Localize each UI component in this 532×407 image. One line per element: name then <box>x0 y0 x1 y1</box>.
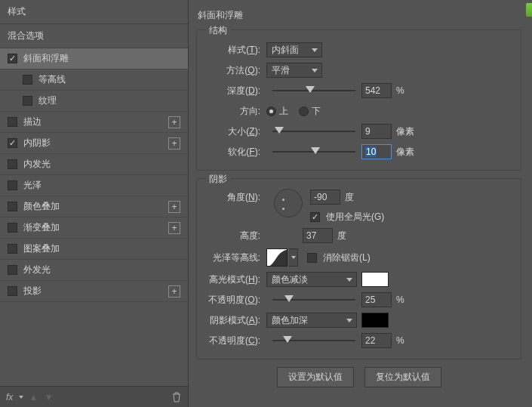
depth-input[interactable]: 542 <box>361 83 392 98</box>
style-checkbox-gradient-overlay[interactable] <box>8 223 17 233</box>
global-light-checkbox[interactable] <box>310 212 320 222</box>
add-inner-shadow-button[interactable]: + <box>168 137 180 150</box>
style-checkbox-inner-glow[interactable] <box>8 159 17 169</box>
style-row-pattern-overlay[interactable]: 图案叠加 <box>0 239 188 260</box>
highlight-opacity-slider[interactable] <box>272 293 355 307</box>
depth-label: 深度(D): <box>204 85 266 97</box>
direction-up-radio[interactable] <box>266 106 276 116</box>
style-row-contour[interactable]: 等高线 <box>0 69 188 91</box>
direction-label: 方向: <box>204 105 266 118</box>
highlight-opacity-input[interactable]: 25 <box>361 292 392 307</box>
altitude-unit: 度 <box>337 230 346 242</box>
gloss-contour-picker[interactable] <box>266 248 288 267</box>
style-row-inner-glow[interactable]: 内发光 <box>0 154 188 175</box>
shadow-mode-select[interactable]: 颜色加深 <box>266 313 357 328</box>
shading-legend: 阴影 <box>206 173 230 186</box>
style-label-contour: 等高线 <box>38 73 180 86</box>
add-color-overlay-button[interactable]: + <box>168 201 180 213</box>
size-slider[interactable] <box>272 125 355 138</box>
altitude-label: 高度: <box>204 230 266 242</box>
style-label-drop-shadow: 投影 <box>23 285 168 298</box>
antialias-checkbox[interactable] <box>307 253 317 263</box>
angle-label: 角度(N): <box>204 189 266 204</box>
shadow-color-swatch[interactable] <box>361 313 389 328</box>
add-drop-shadow-button[interactable]: + <box>168 285 180 298</box>
style-row-stroke[interactable]: 描边+ <box>0 112 188 133</box>
style-row-texture[interactable]: 纹理 <box>0 91 188 112</box>
trash-icon[interactable] <box>171 392 182 402</box>
shadow-opacity-slider[interactable] <box>272 334 355 347</box>
highlight-mode-label: 高光模式(H): <box>204 273 266 286</box>
depth-slider[interactable] <box>272 84 355 97</box>
soften-input[interactable]: 10 <box>361 144 392 159</box>
soften-unit: 像素 <box>396 146 414 159</box>
direction-down-radio[interactable] <box>299 106 309 116</box>
style-label-outer-glow: 外发光 <box>23 264 180 276</box>
angle-unit: 度 <box>345 191 354 204</box>
style-checkbox-texture[interactable] <box>23 96 32 106</box>
structure-group: 结构 样式(T): 内斜面 方法(Q): 平滑 深度(D): 542 % 方向:… <box>196 29 521 171</box>
settings-panel: 斜面和浮雕 结构 样式(T): 内斜面 方法(Q): 平滑 深度(D): 542… <box>189 0 532 407</box>
style-label-pattern-overlay: 图案叠加 <box>23 242 180 255</box>
altitude-input[interactable]: 37 <box>303 228 333 243</box>
direction-up-label[interactable]: 上 <box>279 105 288 118</box>
size-unit: 像素 <box>396 125 414 138</box>
style-row-drop-shadow[interactable]: 投影+ <box>0 281 188 302</box>
style-row-color-overlay[interactable]: 颜色叠加+ <box>0 196 188 217</box>
reset-default-button[interactable]: 复位为默认值 <box>364 367 441 387</box>
style-checkbox-bevel[interactable] <box>8 54 17 63</box>
antialias-label[interactable]: 消除锯齿(L) <box>323 251 371 264</box>
style-label-inner-shadow: 内阴影 <box>23 137 168 150</box>
add-gradient-overlay-button[interactable]: + <box>168 222 180 234</box>
style-label-texture: 纹理 <box>38 94 180 107</box>
style-checkbox-satin[interactable] <box>8 180 17 190</box>
style-checkbox-color-overlay[interactable] <box>8 202 17 211</box>
size-input[interactable]: 9 <box>361 124 392 139</box>
style-checkbox-outer-glow[interactable] <box>8 265 17 275</box>
angle-dial[interactable] <box>274 189 303 217</box>
style-row-outer-glow[interactable]: 外发光 <box>0 260 188 281</box>
style-label-gradient-overlay: 渐变叠加 <box>23 221 168 234</box>
style-label-inner-glow: 内发光 <box>23 158 180 171</box>
style-label: 样式(T): <box>204 44 266 57</box>
style-row-bevel[interactable]: 斜面和浮雕 <box>0 48 188 69</box>
angle-input[interactable]: -90 <box>310 190 340 205</box>
style-checkbox-contour[interactable] <box>23 75 32 85</box>
style-checkbox-pattern-overlay[interactable] <box>8 244 17 254</box>
global-light-label[interactable]: 使用全局光(G) <box>326 211 384 224</box>
move-up-icon: ▲ <box>28 392 38 402</box>
make-default-button[interactable]: 设置为默认值 <box>277 367 354 387</box>
style-label-satin: 光泽 <box>23 179 180 192</box>
gloss-contour-label: 光泽等高线: <box>204 251 266 264</box>
style-row-gradient-overlay[interactable]: 渐变叠加+ <box>0 217 188 239</box>
style-checkbox-drop-shadow[interactable] <box>8 286 17 296</box>
style-select[interactable]: 内斜面 <box>266 42 322 57</box>
style-label-bevel: 斜面和浮雕 <box>23 52 180 65</box>
gloss-contour-dropdown[interactable] <box>289 248 298 267</box>
highlight-color-swatch[interactable] <box>361 272 389 287</box>
shading-group: 阴影 角度(N): -90 度 使用全局光(G) 高度: 37 度 光泽等 <box>196 178 521 359</box>
move-down-icon: ▼ <box>43 392 54 402</box>
styles-header: 样式 <box>0 0 188 24</box>
depth-unit: % <box>396 85 404 96</box>
size-label: 大小(Z): <box>204 125 266 138</box>
style-checkbox-inner-shadow[interactable] <box>8 138 17 148</box>
shadow-opacity-input[interactable]: 22 <box>361 333 392 348</box>
highlight-opacity-label: 不透明度(O): <box>204 294 266 307</box>
style-row-inner-shadow[interactable]: 内阴影+ <box>0 133 188 154</box>
panel-indicator <box>526 3 532 17</box>
highlight-opacity-unit: % <box>396 294 404 305</box>
structure-legend: 结构 <box>206 24 230 37</box>
technique-label: 方法(Q): <box>204 64 266 77</box>
blend-options-header[interactable]: 混合选项 <box>0 24 188 48</box>
chevron-down-icon[interactable] <box>19 396 23 399</box>
style-checkbox-stroke[interactable] <box>8 117 17 127</box>
style-row-satin[interactable]: 光泽 <box>0 175 188 196</box>
add-stroke-button[interactable]: + <box>168 116 180 128</box>
highlight-mode-select[interactable]: 颜色减淡 <box>266 272 357 287</box>
soften-slider[interactable] <box>272 145 355 159</box>
technique-select[interactable]: 平滑 <box>266 63 322 78</box>
direction-down-label[interactable]: 下 <box>312 105 321 118</box>
panel-title: 斜面和浮雕 <box>196 6 521 26</box>
fx-icon[interactable]: fx <box>6 392 13 402</box>
